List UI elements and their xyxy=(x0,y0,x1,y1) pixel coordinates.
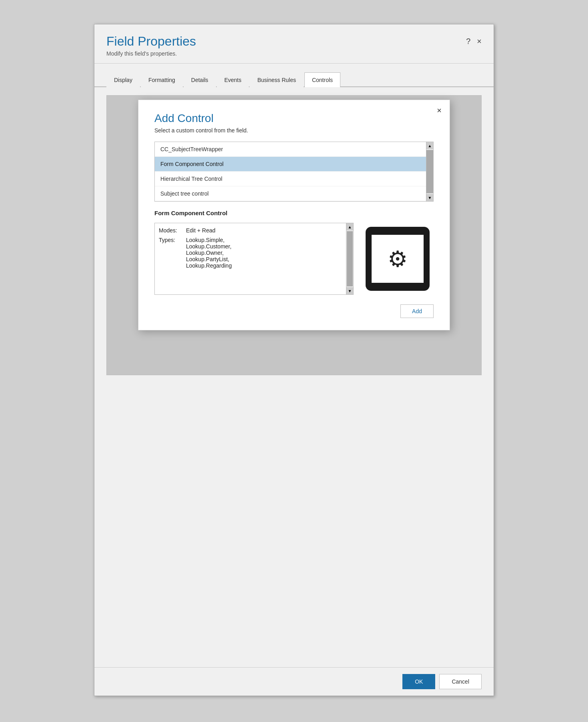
selected-control-title: Form Component Control xyxy=(154,210,434,216)
modal-title: Add Control xyxy=(154,112,434,125)
modal-close-button[interactable]: × xyxy=(437,106,442,114)
window-body: × Add Control Select a custom control fr… xyxy=(94,87,494,667)
details-icon-area: ⚙ xyxy=(362,223,434,295)
modes-label: Modes: xyxy=(159,227,183,234)
control-details: Form Component Control Modes: Edit + Rea… xyxy=(154,210,434,295)
window-header: Field Properties Modify this field's pro… xyxy=(94,24,494,64)
ok-button[interactable]: OK xyxy=(402,674,435,689)
control-icon-inner: ⚙ xyxy=(372,235,424,283)
window-footer: OK Cancel xyxy=(94,667,494,696)
info-scrollbar[interactable]: ▲ ▼ xyxy=(346,223,353,294)
window-title-area: Field Properties Modify this field's pro… xyxy=(106,34,196,57)
types-label: Types: xyxy=(159,237,183,243)
tab-formatting[interactable]: Formatting xyxy=(141,72,183,87)
list-item[interactable]: Hierarchical Tree Control xyxy=(155,172,433,186)
list-item-selected[interactable]: Form Component Control xyxy=(155,157,433,172)
controls-content-area: × Add Control Select a custom control fr… xyxy=(106,95,482,375)
tab-display[interactable]: Display xyxy=(106,72,140,87)
scroll-up-button[interactable]: ▲ xyxy=(426,142,433,149)
tab-details[interactable]: Details xyxy=(184,72,216,87)
window-subtitle: Modify this field's properties. xyxy=(106,50,196,57)
modes-value: Edit + Read xyxy=(186,227,216,234)
control-icon-box: ⚙ xyxy=(366,227,430,291)
cancel-button[interactable]: Cancel xyxy=(439,674,482,689)
add-button[interactable]: Add xyxy=(400,304,434,318)
modal-footer: Add xyxy=(154,304,434,318)
window-title: Field Properties xyxy=(106,34,196,49)
window-close-button[interactable]: × xyxy=(477,37,482,45)
tab-controls[interactable]: Controls xyxy=(304,72,340,87)
tab-events[interactable]: Events xyxy=(217,72,249,87)
list-item[interactable]: CC_SubjectTreeWrapper xyxy=(155,142,433,157)
control-list: CC_SubjectTreeWrapper Form Component Con… xyxy=(154,142,434,202)
help-button[interactable]: ? xyxy=(466,37,470,45)
scrollable-info: Modes: Edit + Read Types: Lookup.Simple,… xyxy=(154,223,354,295)
modal-subtitle: Select a custom control from the field. xyxy=(154,127,434,134)
scroll-down-button[interactable]: ▼ xyxy=(426,194,433,201)
tab-business-rules[interactable]: Business Rules xyxy=(250,72,304,87)
details-info: Modes: Edit + Read Types: Lookup.Simple,… xyxy=(154,223,354,295)
field-properties-window: Field Properties Modify this field's pro… xyxy=(94,24,494,696)
info-scroll-thumb xyxy=(347,231,353,286)
scroll-thumb xyxy=(426,150,433,193)
add-control-modal: × Add Control Select a custom control fr… xyxy=(138,100,450,330)
tabs-bar: Display Formatting Details Events Busine… xyxy=(94,72,494,87)
info-scroll-up-button[interactable]: ▲ xyxy=(346,223,353,230)
window-controls: ? × xyxy=(466,37,482,45)
gear-icon: ⚙ xyxy=(388,246,408,272)
types-value: Lookup.Simple, Lookup.Customer, Lookup.O… xyxy=(186,237,232,269)
info-scroll-down-button[interactable]: ▼ xyxy=(346,287,353,294)
modal-overlay: × Add Control Select a custom control fr… xyxy=(107,96,481,375)
details-layout: Modes: Edit + Read Types: Lookup.Simple,… xyxy=(154,223,434,295)
list-scrollbar[interactable]: ▲ ▼ xyxy=(426,142,433,201)
modes-row: Modes: Edit + Read xyxy=(159,227,349,234)
list-item[interactable]: Subject tree control xyxy=(155,186,433,201)
types-row: Types: Lookup.Simple, Lookup.Customer, L… xyxy=(159,237,349,269)
